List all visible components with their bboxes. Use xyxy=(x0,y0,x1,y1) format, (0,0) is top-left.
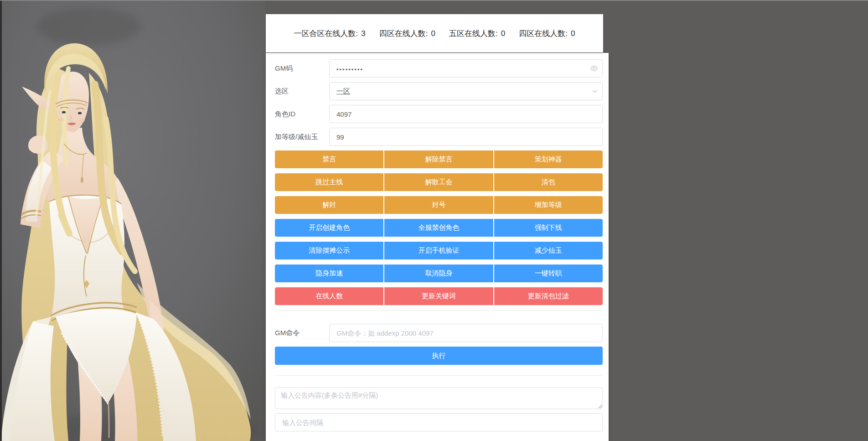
level-jade-input[interactable] xyxy=(329,128,603,146)
role-id-row: 角色ID xyxy=(275,105,603,123)
level-jade-row: 加等级/减仙玉 xyxy=(275,128,603,146)
stat-label: 四区在线人数: xyxy=(519,28,568,39)
gm-command-input[interactable] xyxy=(329,324,603,342)
online-stats-bar: 一区合区在线人数: 3 四区在线人数: 0 五区在线人数: 0 四区在线人数: … xyxy=(266,14,603,52)
gm-code-input[interactable] xyxy=(329,59,603,78)
stat-value: 0 xyxy=(431,29,435,38)
gm-panel-card: GM码 选区 一区 角色ID xyxy=(266,53,609,441)
stat-label: 四区在线人数: xyxy=(379,28,428,39)
designer-tool-button[interactable]: 策划神器 xyxy=(494,150,603,168)
stat-label: 一区合区在线人数: xyxy=(294,28,358,39)
one-key-job-change-button[interactable]: 一键转职 xyxy=(494,265,603,282)
action-button-row: 禁言 解除禁言 策划神器 xyxy=(275,150,603,168)
top-edge-highlight xyxy=(0,0,868,1)
announcement-content-textarea[interactable] xyxy=(275,387,603,409)
reduce-jade-button[interactable]: 减少仙玉 xyxy=(494,242,603,259)
stat-value: 0 xyxy=(501,29,505,38)
section-divider xyxy=(275,310,603,311)
unmute-button[interactable]: 解除禁言 xyxy=(384,150,493,168)
server-select-label: 选区 xyxy=(275,87,329,96)
online-count-stat: 四区在线人数: 0 xyxy=(379,28,435,39)
force-offline-button[interactable]: 强制下线 xyxy=(494,219,603,237)
gm-code-label: GM码 xyxy=(275,64,329,73)
online-count-button[interactable]: 在线人数 xyxy=(275,287,383,305)
execute-button[interactable]: 执行 xyxy=(275,347,603,365)
stat-value: 3 xyxy=(361,29,365,38)
clear-stall-notice-button[interactable]: 清除摆摊公示 xyxy=(275,242,383,259)
server-select[interactable]: 一区 xyxy=(329,82,603,100)
server-select-row: 选区 一区 xyxy=(275,82,603,100)
stat-value: 0 xyxy=(571,29,575,38)
cancel-stealth-button[interactable]: 取消隐身 xyxy=(384,265,493,282)
skip-mainline-button[interactable]: 跳过主线 xyxy=(275,173,383,191)
stat-label: 五区在线人数: xyxy=(449,28,498,39)
enable-phone-verify-button[interactable]: 开启手机验证 xyxy=(384,242,493,259)
ban-button[interactable]: 封号 xyxy=(384,196,493,214)
section-divider xyxy=(275,375,603,376)
clear-bag-button[interactable]: 清包 xyxy=(494,173,603,191)
character-art xyxy=(0,0,266,441)
gm-command-row: GM命令 xyxy=(275,324,603,342)
unban-button[interactable]: 解封 xyxy=(275,196,383,214)
disband-guild-button[interactable]: 解散工会 xyxy=(384,173,493,191)
action-button-row: 隐身加速 取消隐身 一键转职 xyxy=(275,265,603,282)
update-clearbag-filter-button[interactable]: 更新清包过滤 xyxy=(494,287,603,305)
online-count-stat: 一区合区在线人数: 3 xyxy=(294,28,366,39)
enable-create-role-button[interactable]: 开启创建角色 xyxy=(275,219,383,237)
action-button-row: 开启创建角色 全服禁创角色 强制下线 xyxy=(275,219,603,237)
level-jade-label: 加等级/减仙玉 xyxy=(275,133,329,141)
online-count-stat: 四区在线人数: 0 xyxy=(519,28,575,39)
update-keywords-button[interactable]: 更新关键词 xyxy=(384,287,493,305)
stealth-speed-button[interactable]: 隐身加速 xyxy=(275,265,383,282)
action-button-row: 清除摆摊公示 开启手机验证 减少仙玉 xyxy=(275,242,603,259)
action-button-row: 跳过主线 解散工会 清包 xyxy=(275,173,603,191)
eye-icon[interactable] xyxy=(590,59,598,78)
mute-button[interactable]: 禁言 xyxy=(275,150,383,168)
role-id-label: 角色ID xyxy=(275,110,329,119)
online-count-stat: 五区在线人数: 0 xyxy=(449,28,505,39)
role-id-input[interactable] xyxy=(329,105,603,123)
action-button-row: 解封 封号 增加等级 xyxy=(275,196,603,214)
action-button-row: 在线人数 更新关键词 更新清包过滤 xyxy=(275,287,603,305)
elf-character-illustration xyxy=(0,0,266,441)
announcement-interval-input[interactable] xyxy=(275,413,603,431)
gm-command-label: GM命令 xyxy=(275,329,329,337)
add-level-button[interactable]: 增加等级 xyxy=(494,196,603,214)
chevron-down-icon[interactable] xyxy=(592,82,598,100)
forbid-create-role-button[interactable]: 全服禁创角色 xyxy=(384,219,493,237)
server-select-value: 一区 xyxy=(336,87,350,96)
gm-code-row: GM码 xyxy=(275,59,603,78)
